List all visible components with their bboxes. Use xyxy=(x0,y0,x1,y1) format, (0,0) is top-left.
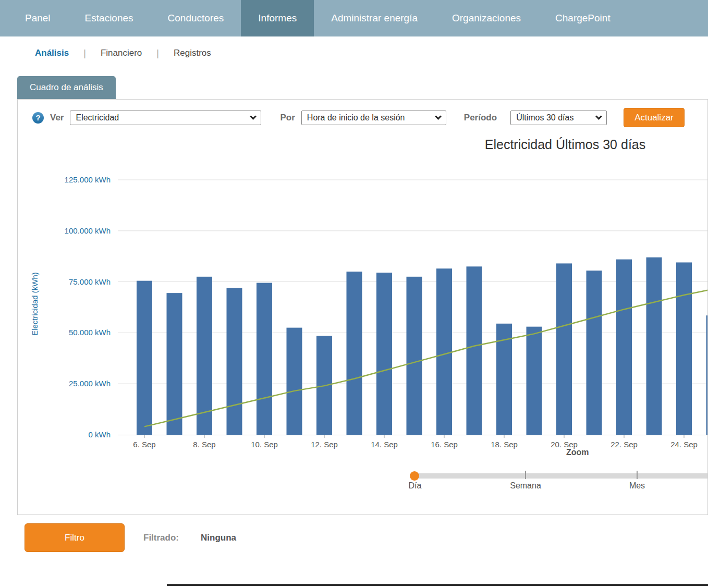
por-dropdown[interactable]: Hora de inicio de la sesión xyxy=(301,111,446,125)
help-icon[interactable]: ? xyxy=(32,112,44,124)
y-axis-tick-label: 125.000 kWh xyxy=(65,175,111,184)
x-axis-tick-label: 16. Sep xyxy=(431,440,458,449)
zoom-label: Zoom xyxy=(566,448,589,457)
x-axis-tick-label: 10. Sep xyxy=(251,440,278,449)
bar-15. Sep[interactable] xyxy=(407,277,422,435)
bottom-divider xyxy=(167,584,708,586)
periodo-dropdown[interactable]: Últimos 30 días xyxy=(510,111,607,125)
y-axis-tick-label: 50.000 kWh xyxy=(69,328,111,337)
bar-11. Sep[interactable] xyxy=(287,328,302,435)
nav-item-chargepoint[interactable]: ChargePoint xyxy=(538,0,628,36)
nav-item-estaciones[interactable]: Estaciones xyxy=(68,0,151,36)
ver-label: Ver xyxy=(50,113,64,123)
bar-16. Sep[interactable] xyxy=(436,268,452,435)
bar-10. Sep[interactable] xyxy=(257,283,272,435)
bar-17. Sep[interactable] xyxy=(467,266,482,435)
bar-21. Sep[interactable] xyxy=(587,271,602,435)
chevron-down-icon xyxy=(250,113,257,120)
bar-20. Sep[interactable] xyxy=(556,263,572,435)
zoom-tick-semana xyxy=(525,471,526,479)
x-axis-tick-label: 12. Sep xyxy=(311,440,338,449)
x-axis-tick-label: 8. Sep xyxy=(193,440,215,449)
tab-cuadro-de-analisis[interactable]: Cuadro de análisis xyxy=(17,76,116,99)
bar-24. Sep[interactable] xyxy=(676,262,692,435)
chevron-down-icon xyxy=(595,113,602,120)
subnav-separator: | xyxy=(156,48,159,59)
nav-item-panel[interactable]: Panel xyxy=(8,0,68,36)
sub-navigation: Análisis | Financiero | Registros xyxy=(0,36,708,60)
x-axis-tick-label: 14. Sep xyxy=(371,440,398,449)
bar-19. Sep[interactable] xyxy=(527,327,542,435)
y-axis-tick-label: 100.000 kWh xyxy=(65,226,111,235)
bar-6. Sep[interactable] xyxy=(137,281,152,435)
chart-title: Electricidad Últimos 30 días xyxy=(383,137,708,152)
ver-dropdown[interactable]: Electricidad xyxy=(70,111,261,125)
subnav-separator: | xyxy=(83,48,86,59)
bar-23. Sep[interactable] xyxy=(646,258,662,435)
subnav-item-registros[interactable]: Registros xyxy=(174,48,211,58)
zoom-option-dia[interactable]: Día xyxy=(398,481,432,491)
bar-7. Sep[interactable] xyxy=(167,293,182,435)
nav-item-conductores[interactable]: Conductores xyxy=(151,0,241,36)
nav-item-administrar-energia[interactable]: Administrar energía xyxy=(314,0,435,36)
analysis-panel: ? Ver Electricidad Por Hora de inicio de… xyxy=(17,99,708,515)
y-axis-tick-label: 25.000 kWh xyxy=(69,379,111,388)
zoom-slider-track[interactable] xyxy=(411,473,707,479)
nav-item-organizaciones[interactable]: Organizaciones xyxy=(435,0,538,36)
zoom-slider-handle[interactable] xyxy=(410,471,419,481)
zoom-tick-mes xyxy=(637,471,638,479)
por-label: Por xyxy=(280,113,295,123)
subnav-item-financiero[interactable]: Financiero xyxy=(101,48,142,58)
x-axis-tick-label: 24. Sep xyxy=(670,440,698,449)
por-dropdown-value: Hora de inicio de la sesión xyxy=(307,113,405,123)
zoom-option-semana[interactable]: Semana xyxy=(499,481,552,491)
bar-22. Sep[interactable] xyxy=(616,260,632,435)
filtered-value: Ninguna xyxy=(201,533,236,543)
periodo-label: Período xyxy=(464,113,497,123)
periodo-dropdown-value: Últimos 30 días xyxy=(516,113,573,123)
chart-toolbar: ? Ver Electricidad Por Hora de inicio de… xyxy=(32,108,685,127)
filtro-button[interactable]: Filtro xyxy=(25,523,125,552)
top-navigation: Panel Estaciones Conductores Informes Ad… xyxy=(0,0,708,36)
ver-dropdown-value: Electricidad xyxy=(76,113,119,123)
filter-row: Filtro Filtrado: Ninguna xyxy=(25,523,708,552)
nav-item-informes[interactable]: Informes xyxy=(241,0,314,36)
bar-13. Sep[interactable] xyxy=(347,272,362,435)
subnav-item-analisis[interactable]: Análisis xyxy=(35,48,69,58)
bar-14. Sep[interactable] xyxy=(376,273,392,435)
filtered-label: Filtrado: xyxy=(143,533,179,543)
bar-9. Sep[interactable] xyxy=(227,288,242,435)
y-axis-tick-label: 75.000 kWh xyxy=(69,277,111,286)
chevron-down-icon xyxy=(435,113,442,120)
bar-25. Sep[interactable] xyxy=(706,315,708,435)
x-axis-tick-label: 22. Sep xyxy=(611,440,638,449)
x-axis-tick-label: 18. Sep xyxy=(491,440,518,449)
analytics-chart: 0 kWh25.000 kWh50.000 kWh75.000 kWh100.0… xyxy=(18,152,707,506)
actualizar-button[interactable]: Actualizar xyxy=(624,108,685,127)
zoom-option-mes[interactable]: Mes xyxy=(616,481,658,491)
x-axis-tick-label: 6. Sep xyxy=(133,440,155,449)
y-axis-tick-label: 0 kWh xyxy=(88,430,111,439)
